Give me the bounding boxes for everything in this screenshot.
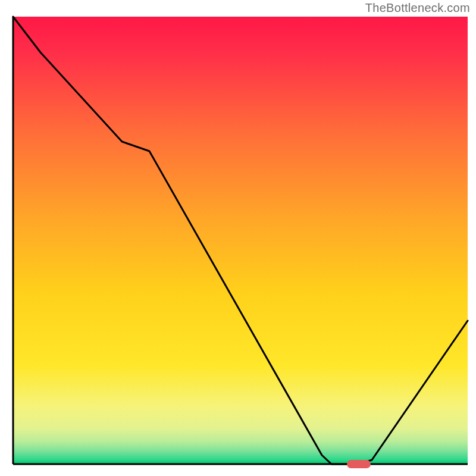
bottleneck-chart (0, 0, 476, 476)
gradient-background (13, 17, 468, 464)
chart-container: TheBottleneck.com (0, 0, 476, 476)
watermark-text: TheBottleneck.com (365, 1, 470, 15)
optimum-marker (347, 460, 371, 468)
